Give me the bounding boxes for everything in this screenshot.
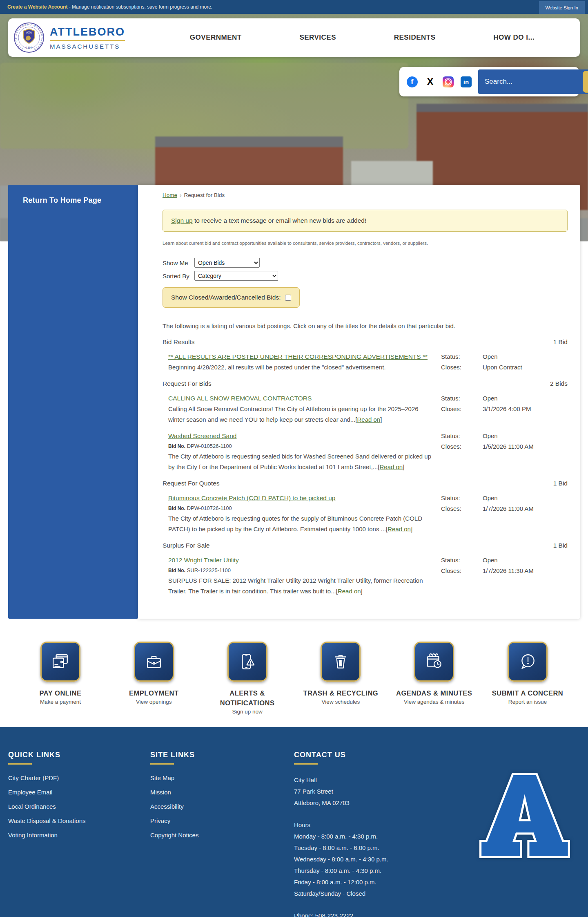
footer-link-privacy[interactable]: Privacy [150, 817, 294, 824]
read-on-link[interactable]: Read on [388, 526, 411, 532]
tile-title: PAY ONLINE [40, 688, 82, 698]
section-count: 1 Bid [553, 338, 568, 346]
bid-description: The City of Attleboro is requesting quot… [168, 513, 431, 535]
footer-link-accessibility[interactable]: Accessibility [150, 803, 294, 810]
listing-intro: The following is a listing of various bi… [163, 322, 568, 329]
show-closed-checkbox[interactable] [285, 295, 291, 301]
svg-text:ΛΧΛ: ΛΧΛ [26, 31, 32, 34]
bid-number: Bid No. DPW-010526-1100 [168, 441, 431, 451]
closes-value: 1/7/2026 11:30 AM [483, 566, 534, 576]
linkedin-icon[interactable]: in [461, 76, 472, 87]
bid-item: CALLING ALL SNOW REMOVAL CONTRACTORS Cal… [168, 393, 568, 425]
bid-status-block: Status:Open Closes:1/5/2026 11:00 AM [441, 431, 568, 472]
closes-value: 1/5/2026 11:00 AM [483, 441, 534, 452]
main-navigation: GOVERNMENT SERVICES RESIDENTS HOW DO I..… [136, 34, 564, 42]
read-on-link[interactable]: Read on [379, 463, 403, 470]
sorted-by-select[interactable]: Category [194, 271, 278, 281]
show-me-select[interactable]: Open Bids [194, 258, 260, 268]
closes-label: Closes: [441, 404, 483, 414]
wordmark: ATTLEBORO MASSACHUSETTS [50, 26, 125, 50]
breadcrumb-home-link[interactable]: Home [163, 192, 177, 198]
tile-title: AGENDAS & MINUTES [396, 688, 472, 698]
bid-title-link[interactable]: ** ALL RESULTS ARE POSTED UNDER THEIR CO… [168, 351, 428, 362]
footer-link-waste-disposal[interactable]: Waste Disposal & Donations [8, 817, 150, 824]
show-me-label: Show Me [163, 259, 194, 266]
search-input[interactable] [478, 78, 581, 86]
heading-rule [294, 763, 318, 765]
status-label: Status: [441, 493, 483, 503]
contact-address-line: Attleboro, MA 02703 [294, 797, 470, 809]
tile-submit-concern[interactable]: SUBMIT A CONCERN Report an issue [483, 642, 572, 715]
section-header-request-for-bids: Request For Bids 2 Bids [163, 380, 568, 387]
calendar-clock-icon [414, 642, 454, 682]
trash-icon [321, 642, 361, 682]
bid-title-link[interactable]: Bituminous Concrete Patch (COLD PATCH) t… [168, 493, 336, 503]
footer-link-local-ordinances[interactable]: Local Ordinances [8, 803, 150, 810]
return-home-link[interactable]: Return To Home Page [23, 196, 101, 204]
read-on-link[interactable]: Read on [338, 588, 361, 595]
footer-site-links: SITE LINKS Site Map Mission Accessibilit… [150, 751, 294, 917]
tile-pay-online[interactable]: PAY ONLINE Make a payment [16, 642, 105, 715]
footer-link-voting-info[interactable]: Voting Information [8, 832, 150, 839]
hours-line: Wednesday - 8:00 a.m. - 4:30 p.m. [294, 854, 470, 865]
bid-description: SURPLUS FOR SALE: 2012 Wright Trailer Ut… [168, 575, 431, 597]
bid-item: Bituminous Concrete Patch (COLD PATCH) t… [168, 493, 568, 535]
section-count: 1 Bid [553, 480, 568, 487]
footer-link-copyright[interactable]: Copyright Notices [150, 832, 294, 839]
closes-label: Closes: [441, 441, 483, 452]
attleboro-a-logo [478, 767, 572, 865]
status-value: Open [483, 431, 498, 441]
facebook-icon[interactable]: f [407, 76, 418, 87]
tile-title: SUBMIT A CONCERN [492, 688, 564, 698]
status-value: Open [483, 493, 498, 503]
tile-subtitle: View openings [136, 699, 172, 705]
city-seal-icon: CITY OF ATTLEBORO MASSACHUSETTS ΛΧΛ 1894 [14, 22, 44, 53]
heading-rule [150, 763, 174, 765]
wordmark-city: ATTLEBORO [50, 26, 125, 38]
bid-title-link[interactable]: Washed Screened Sand [168, 431, 236, 441]
footer-link-mission[interactable]: Mission [150, 789, 294, 796]
hours-heading: Hours [294, 819, 470, 831]
section-header-surplus-for-sale: Surplus For Sale 1 Bid [163, 542, 568, 549]
footer-link-site-map[interactable]: Site Map [150, 774, 294, 781]
nav-government[interactable]: GOVERNMENT [190, 34, 242, 42]
search-button[interactable] [583, 71, 588, 93]
footer-quick-links: QUICK LINKS City Charter (PDF) Employee … [8, 751, 150, 917]
signup-link[interactable]: Sign up [171, 217, 193, 224]
footer-link-employee-email[interactable]: Employee Email [8, 789, 150, 796]
section-header-bid-results: Bid Results 1 Bid [163, 338, 568, 346]
status-label: Status: [441, 351, 483, 362]
status-value: Open [483, 555, 498, 566]
section-title: Surplus For Sale [163, 542, 209, 549]
create-account-link[interactable]: Create a Website Account [7, 4, 67, 10]
section-title: Request For Quotes [163, 480, 220, 487]
tile-trash-recycling[interactable]: TRASH & RECYCLING View schedules [296, 642, 385, 715]
nav-residents[interactable]: RESIDENTS [394, 34, 436, 42]
bid-title-link[interactable]: CALLING ALL SNOW REMOVAL CONTRACTORS [168, 393, 312, 404]
tile-employment[interactable]: EMPLOYMENT View openings [110, 642, 198, 715]
instagram-icon[interactable] [443, 76, 454, 87]
x-twitter-icon[interactable]: X [425, 76, 436, 87]
footer-logo-area [470, 751, 580, 917]
nav-services[interactable]: SERVICES [299, 34, 336, 42]
show-closed-label: Show Closed/Awarded/Cancelled Bids: [171, 294, 281, 301]
breadcrumb-current: Request for Bids [184, 192, 225, 198]
bids-info-note: Learn about current bid and contract opp… [163, 241, 568, 246]
social-links: f X in [402, 69, 478, 94]
tile-alerts[interactable]: ALERTS & NOTIFICATIONS Sign up now [203, 642, 292, 715]
bid-item: Washed Screened Sand Bid No. DPW-010526-… [168, 431, 568, 472]
status-label: Status: [441, 393, 483, 404]
contact-address-line: 77 Park Street [294, 786, 470, 797]
wordmark-state: MASSACHUSETTS [50, 43, 125, 50]
bid-title-link[interactable]: 2012 Wright Trailer Utility [168, 555, 239, 566]
bid-number: Bid No. SUR-122325-1100 [168, 566, 431, 575]
site-header: CITY OF ATTLEBORO MASSACHUSETTS ΛΧΛ 1894… [8, 18, 580, 57]
nav-how-do-i[interactable]: HOW DO I... [493, 34, 535, 42]
site-logo[interactable]: CITY OF ATTLEBORO MASSACHUSETTS ΛΧΛ 1894… [14, 22, 136, 53]
footer-link-city-charter[interactable]: City Charter (PDF) [8, 774, 150, 781]
website-signin-button[interactable]: Website Sign In [539, 1, 585, 14]
read-on-link[interactable]: Read on [357, 416, 381, 423]
wallet-icon [40, 642, 80, 682]
tile-agendas-minutes[interactable]: AGENDAS & MINUTES View agendas & minutes [390, 642, 478, 715]
footer-heading: CONTACT US [294, 751, 470, 759]
